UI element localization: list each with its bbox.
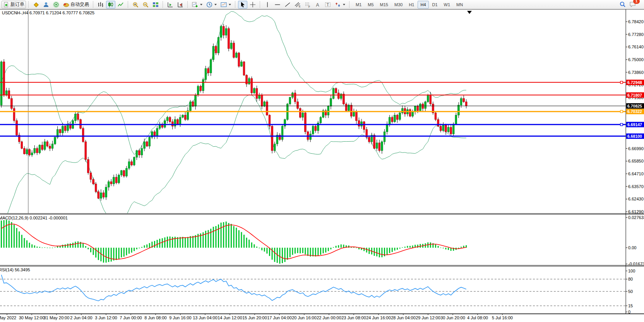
rsi-tick-label: 0 [628,310,630,314]
time-tick-label: 2 Jun 04:00 [70,315,92,320]
line-handle[interactable] [620,110,623,113]
tile-windows-button[interactable] [151,1,160,9]
tab-timeframe-m30[interactable]: M30 [392,1,405,9]
candlestick-chart-button[interactable] [106,1,115,9]
autotrading-button[interactable]: 自动交易 [62,1,91,9]
signals-icon [53,2,59,8]
time-tick-label: 5 Jul 16:00 [492,315,513,320]
tab-timeframe-w1[interactable]: W1 [441,1,453,9]
time-axis-border [0,313,644,314]
time-tick-label: 28 Jun 04:00 [391,315,416,320]
new-order-label: 新订单 [10,1,24,8]
tab-timeframe-d1[interactable]: D1 [430,1,440,9]
label-tool[interactable]: T [323,1,332,9]
bar-chart-icon [98,2,104,8]
price-tick-label: 6.75000 [628,57,644,62]
equidistant-channel-tool[interactable]: E [293,1,302,9]
chart-canvas[interactable]: 6.784206.772806.761406.750006.738606.727… [0,0,644,322]
tab-timeframe-m1[interactable]: M1 [353,1,364,9]
chevron-down-icon [343,4,345,5]
chevron-down-icon [229,4,231,5]
template-icon [221,2,227,8]
notification-badge[interactable]: 1 [633,0,640,4]
svg-text:A: A [316,2,319,7]
time-tick-label: 31 May 20:00 [44,315,70,320]
macd-tick-label: -0.016736 [628,262,644,266]
rsi-tick-label: 100 [628,269,635,273]
time-tick-label: 23 Jun 08:00 [341,315,366,320]
toolbar: 新订单 自动交易 [0,0,644,9]
new-order-button[interactable]: 新订单 [2,1,26,9]
tab-timeframe-m15[interactable]: M15 [377,1,391,9]
svg-text:6.68100: 6.68100 [627,134,642,139]
svg-text:T: T [327,2,329,7]
cursor-button[interactable] [238,1,247,9]
trendline-tool[interactable] [283,1,292,9]
time-tick-label: 7 Jun 00:00 [120,315,142,320]
separator [163,1,163,8]
line-handle[interactable] [620,81,623,84]
auto-scroll-button[interactable] [166,1,175,9]
bar-chart-button[interactable] [96,1,105,9]
separator [187,1,188,8]
add-indicator-button[interactable] [190,1,204,9]
vertical-line-tool[interactable] [263,1,272,9]
horizontal-line-tool[interactable] [273,1,282,9]
fibonacci-tool[interactable]: F [303,1,312,9]
zoom-out-icon [142,2,149,8]
zoom-out-button[interactable] [141,1,150,9]
tab-timeframe-h4[interactable]: H4 [418,1,428,9]
search-button[interactable] [618,1,627,9]
time-tick-label: 24 Jun 16:00 [366,315,391,320]
metaeditor-icon [33,2,39,8]
arrows-tool[interactable] [333,1,347,9]
autotrading-label: 自动交易 [70,1,89,8]
chart-shift-icon [177,2,183,8]
line-chart-button[interactable] [116,1,125,9]
rsi-tick-label: 50 [628,289,633,294]
time-tick-label: 22 Jun 00:00 [317,315,341,320]
price-tick-label: 6.78420 [628,19,644,24]
tab-timeframe-mn[interactable]: MN [454,1,466,9]
crosshair-icon [250,2,256,8]
search-icon [619,2,625,8]
svg-text:6.70825: 6.70825 [627,104,642,108]
time-tick-label: 13 Jun 04:00 [193,315,218,320]
mql5-community-button[interactable] [41,1,51,9]
chart-shift-button[interactable] [176,1,185,9]
mt4-terminal: 6.784206.772806.761406.750006.738606.727… [0,0,644,322]
tab-timeframe-h1[interactable]: H1 [406,1,417,9]
svg-text:6.72948: 6.72948 [627,80,642,85]
signals-button[interactable] [51,1,61,9]
chart-window[interactable]: 6.784206.772806.761406.750006.738606.727… [0,0,644,322]
label-icon: T [325,2,331,8]
svg-text:6.69147: 6.69147 [627,122,642,127]
time-tick-label: 14 Jun 12:00 [218,315,242,320]
arrows-icon [335,2,341,8]
tab-timeframe-m5[interactable]: M5 [365,1,376,9]
rsi-tick-label: 15 [628,303,633,308]
tile-windows-icon [152,2,159,8]
zoom-in-button[interactable] [131,1,140,9]
price-tick-label: 6.64710 [628,171,644,176]
crosshair-button[interactable] [248,1,257,9]
templates-button[interactable] [219,1,233,9]
separator [235,1,236,8]
line-handle[interactable] [620,123,623,126]
autotrading-icon [63,2,69,8]
text-tool[interactable]: A [313,1,322,9]
text-icon: A [315,2,321,8]
time-tick-label: 3 Jun 12:00 [95,315,117,320]
metaeditor-button[interactable] [31,1,41,9]
price-tick-label: 6.77280 [628,32,644,37]
svg-text:E: E [299,5,301,8]
price-tick-label: 6.61290 [628,209,644,214]
separator [128,1,128,8]
periods-button[interactable] [205,1,218,9]
new-order-icon [3,2,9,8]
auto-scroll-icon [167,2,173,8]
vertical-line-icon [264,2,271,8]
svg-text:6.70322: 6.70322 [627,109,642,114]
candlestick-chart-icon [108,2,114,8]
price-tick-label: 6.65850 [628,159,644,163]
